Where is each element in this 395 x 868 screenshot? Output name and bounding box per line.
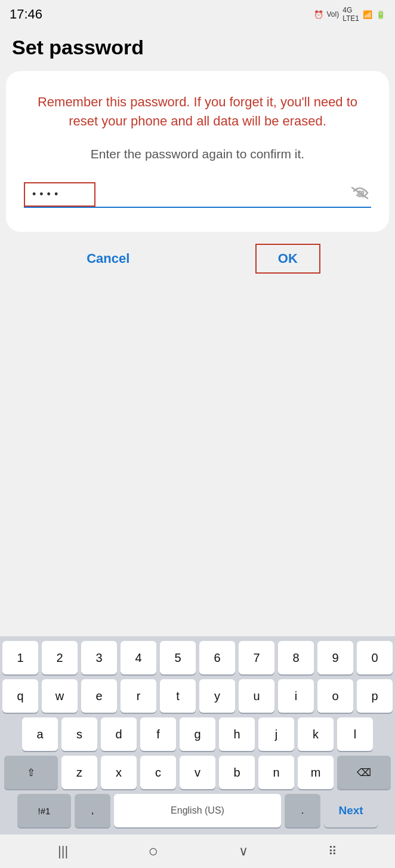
space-key[interactable]: English (US)	[114, 794, 281, 827]
key-o[interactable]: o	[317, 679, 353, 713]
lte-icon: 4GLTE1	[342, 6, 359, 23]
warning-text: Remember this password. If you forget it…	[24, 93, 371, 131]
page-title: Set password	[0, 29, 395, 71]
keyboard: 1 2 3 4 5 6 7 8 9 0 q w e r t y u i o p …	[0, 636, 395, 835]
key-z[interactable]: z	[61, 756, 97, 789]
delete-key[interactable]: ⌫	[337, 756, 391, 789]
key-2[interactable]: 2	[42, 641, 78, 674]
keyboard-number-row: 1 2 3 4 5 6 7 8 9 0	[2, 641, 393, 674]
shift-key[interactable]: ⇧	[4, 756, 58, 789]
password-input-box[interactable]: ••••	[24, 182, 95, 207]
next-key[interactable]: Next	[324, 794, 378, 827]
key-v[interactable]: v	[180, 756, 215, 789]
key-l[interactable]: l	[337, 717, 373, 751]
key-k[interactable]: k	[298, 717, 334, 751]
key-b[interactable]: b	[219, 756, 255, 789]
key-f[interactable]: f	[140, 717, 176, 751]
key-x[interactable]: x	[101, 756, 137, 789]
recent-nav-icon[interactable]: ∨	[239, 844, 248, 859]
buttons-row: Cancel OK	[0, 232, 395, 286]
key-g[interactable]: g	[180, 717, 215, 751]
key-4[interactable]: 4	[121, 641, 156, 674]
keyboard-row-a: a s d f g h j k l	[2, 717, 393, 751]
card: Remember this password. If you forget it…	[6, 71, 389, 232]
key-y[interactable]: y	[199, 679, 235, 713]
key-s[interactable]: s	[61, 717, 97, 751]
alarm-icon: ⏰	[314, 10, 323, 19]
period-key[interactable]: .	[285, 794, 320, 827]
key-d[interactable]: d	[101, 717, 137, 751]
back-nav-icon[interactable]: |||	[58, 844, 68, 859]
password-field-wrapper[interactable]: ••••	[24, 182, 371, 208]
key-a[interactable]: a	[22, 717, 58, 751]
comma-key[interactable]: ,	[75, 794, 110, 827]
apps-nav-icon[interactable]: ⠿	[328, 844, 337, 858]
key-1[interactable]: 1	[2, 641, 38, 674]
toggle-visibility-icon[interactable]	[351, 186, 371, 203]
status-icons: ⏰ Vol) 4GLTE1 📶 🔋	[314, 6, 385, 23]
keyboard-row-z: ⇧ z x c v b n m ⌫	[2, 756, 393, 789]
navigation-bar: ||| ○ ∨ ⠿	[0, 835, 395, 868]
key-r[interactable]: r	[121, 679, 156, 713]
ok-button[interactable]: OK	[255, 244, 320, 274]
keyboard-row-bottom: !#1 , English (US) . Next	[2, 794, 393, 827]
key-i[interactable]: i	[278, 679, 314, 713]
key-e[interactable]: e	[81, 679, 117, 713]
key-0[interactable]: 0	[357, 641, 393, 674]
password-dots: ••••	[32, 188, 61, 201]
battery-icon: 🔋	[376, 10, 385, 19]
key-8[interactable]: 8	[278, 641, 314, 674]
cancel-button[interactable]: Cancel	[75, 245, 141, 272]
key-u[interactable]: u	[239, 679, 274, 713]
status-time: 17:46	[10, 7, 42, 22]
key-c[interactable]: c	[140, 756, 176, 789]
key-5[interactable]: 5	[160, 641, 196, 674]
signal-icon: 📶	[363, 10, 372, 19]
keyboard-row-q: q w e r t y u i o p	[2, 679, 393, 713]
key-6[interactable]: 6	[199, 641, 235, 674]
key-t[interactable]: t	[160, 679, 196, 713]
key-h[interactable]: h	[219, 717, 255, 751]
key-3[interactable]: 3	[81, 641, 117, 674]
key-n[interactable]: n	[258, 756, 294, 789]
key-q[interactable]: q	[2, 679, 38, 713]
status-bar: 17:46 ⏰ Vol) 4GLTE1 📶 🔋	[0, 0, 395, 29]
key-p[interactable]: p	[357, 679, 393, 713]
key-7[interactable]: 7	[239, 641, 274, 674]
volume-icon: Vol)	[327, 10, 340, 19]
instruction-text: Enter the password again to confirm it.	[24, 145, 371, 163]
key-9[interactable]: 9	[317, 641, 353, 674]
symbols-key[interactable]: !#1	[17, 794, 71, 827]
key-w[interactable]: w	[42, 679, 78, 713]
key-m[interactable]: m	[298, 756, 334, 789]
key-j[interactable]: j	[258, 717, 294, 751]
home-nav-icon[interactable]: ○	[148, 842, 158, 861]
